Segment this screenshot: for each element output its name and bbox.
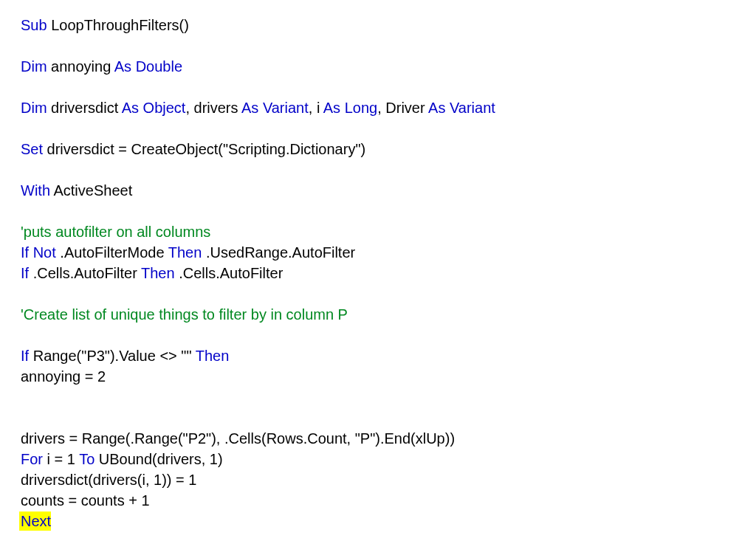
keyword-span: As Object bbox=[122, 100, 186, 116]
text-span: , Driver bbox=[377, 100, 428, 116]
keyword-span: As Long bbox=[323, 100, 377, 116]
keyword-span: For bbox=[21, 451, 43, 467]
code-block: Sub LoopThroughFilters()Dim annoying As … bbox=[21, 15, 735, 531]
keyword-span: If bbox=[21, 265, 29, 281]
keyword-span: Set bbox=[21, 141, 43, 157]
code-line: If Range("P3").Value <> "" Then bbox=[21, 345, 735, 366]
blank-line bbox=[21, 159, 735, 180]
blank-line bbox=[21, 387, 735, 407]
code-line: Dim annoying As Double bbox=[21, 56, 735, 77]
keyword-span: To bbox=[79, 451, 94, 467]
blank-line bbox=[21, 77, 735, 97]
keyword-span: As Double bbox=[114, 58, 182, 75]
keyword-span: If bbox=[21, 348, 29, 364]
text-span: .AutoFilterMode bbox=[56, 244, 168, 261]
text-span: LoopThroughFilters() bbox=[47, 17, 189, 33]
text-span: driversdict = CreateObject("Scripting.Di… bbox=[43, 141, 365, 157]
keyword-span: Next bbox=[21, 513, 51, 529]
code-line: drivers = Range(.Range("P2"), .Cells(Row… bbox=[21, 428, 735, 449]
text-span: annoying = 2 bbox=[21, 368, 106, 385]
keyword-span: As Variant bbox=[428, 100, 495, 116]
blank-line bbox=[21, 201, 735, 221]
text-span: Range("P3").Value <> "" bbox=[29, 348, 196, 364]
blank-line bbox=[21, 118, 735, 139]
keyword-span: If Not bbox=[21, 244, 56, 261]
text-span: , drivers bbox=[185, 100, 241, 116]
text-span: .Cells.AutoFilter bbox=[29, 265, 141, 281]
text-span: annoying bbox=[47, 58, 114, 75]
text-span: driversdict(drivers(i, 1)) = 1 bbox=[21, 472, 196, 488]
keyword-span: Then bbox=[141, 265, 175, 281]
keyword-span: Then bbox=[168, 244, 202, 261]
code-line: annoying = 2 bbox=[21, 366, 735, 387]
code-line: Dim driversdict As Object, drivers As Va… bbox=[21, 97, 735, 118]
code-line: Next bbox=[21, 511, 735, 531]
code-line: Set driversdict = CreateObject("Scriptin… bbox=[21, 139, 735, 159]
text-span: i = 1 bbox=[43, 451, 79, 467]
keyword-span: Then bbox=[196, 348, 230, 364]
blank-line bbox=[21, 35, 735, 56]
code-line: For i = 1 To UBound(drivers, 1) bbox=[21, 449, 735, 469]
text-span: counts = counts + 1 bbox=[21, 492, 150, 509]
code-line: Sub LoopThroughFilters() bbox=[21, 15, 735, 35]
text-span: drivers = Range(.Range("P2"), .Cells(Row… bbox=[21, 430, 455, 447]
code-line: If .Cells.AutoFilter Then .Cells.AutoFil… bbox=[21, 263, 735, 283]
keyword-span: As Variant bbox=[241, 100, 309, 116]
text-span: .UsedRange.AutoFilter bbox=[202, 244, 355, 261]
code-line: 'Create list of unique things to filter … bbox=[21, 304, 735, 325]
keyword-span: Sub bbox=[21, 17, 47, 33]
blank-line bbox=[21, 407, 735, 428]
code-line: counts = counts + 1 bbox=[21, 490, 735, 511]
text-span: , i bbox=[309, 100, 323, 116]
code-line: With ActiveSheet bbox=[21, 180, 735, 201]
code-line: If Not .AutoFilterMode Then .UsedRange.A… bbox=[21, 242, 735, 263]
keyword-span: Dim bbox=[21, 100, 47, 116]
blank-line bbox=[21, 283, 735, 304]
code-line: driversdict(drivers(i, 1)) = 1 bbox=[21, 469, 735, 490]
comment-span: 'Create list of unique things to filter … bbox=[21, 306, 348, 323]
code-line: 'puts autofilter on all columns bbox=[21, 221, 735, 242]
blank-line bbox=[21, 325, 735, 345]
text-span: .Cells.AutoFilter bbox=[175, 265, 284, 281]
keyword-span: Dim bbox=[21, 58, 47, 75]
text-span: driversdict bbox=[47, 100, 122, 116]
highlighted-span: Next bbox=[19, 512, 51, 531]
text-span: ActiveSheet bbox=[50, 182, 132, 199]
text-span: UBound(drivers, 1) bbox=[94, 451, 222, 467]
keyword-span: With bbox=[21, 182, 50, 199]
comment-span: 'puts autofilter on all columns bbox=[21, 224, 210, 240]
